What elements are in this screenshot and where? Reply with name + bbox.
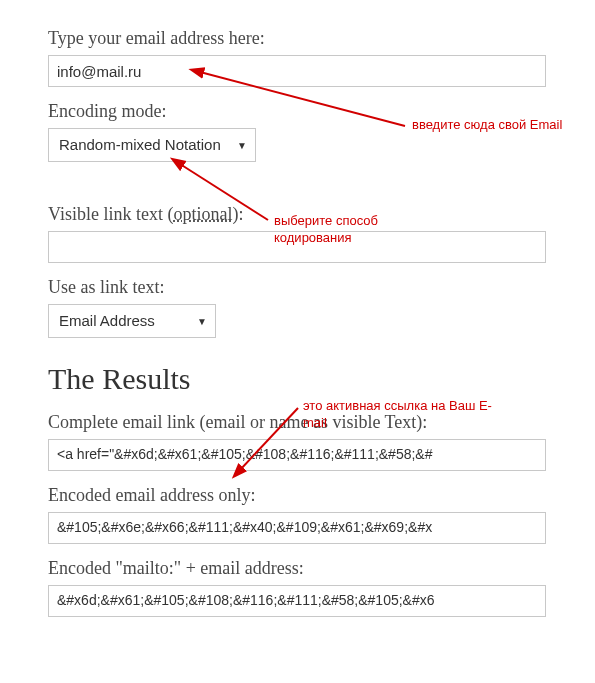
visible-text-label-opt: optional: [173, 204, 232, 224]
linktext-select-value: Email Address: [49, 305, 215, 337]
visible-text-input[interactable]: [48, 231, 546, 263]
results-heading: The Results: [48, 362, 547, 396]
visible-text-label-post: ):: [232, 204, 243, 224]
encoding-select[interactable]: Random-mixed Notation ▼: [48, 128, 256, 162]
complete-link-block: Complete email link (email or name as vi…: [48, 412, 547, 471]
mailto-output[interactable]: &#x6d;&#x61;&#105;&#108;&#116;&#111;&#58…: [48, 585, 546, 617]
email-label: Type your email address here:: [48, 28, 547, 49]
visible-text-label: Visible link text (optional):: [48, 204, 547, 225]
spacer: [48, 176, 547, 204]
visible-text-block: Visible link text (optional):: [48, 204, 547, 263]
visible-text-label-pre: Visible link text (: [48, 204, 173, 224]
linktext-label: Use as link text:: [48, 277, 547, 298]
email-block: Type your email address here:: [48, 28, 547, 87]
encoded-email-label: Encoded email address only:: [48, 485, 547, 506]
linktext-block: Use as link text: Email Address ▼: [48, 277, 547, 338]
encoding-block: Encoding mode: Random-mixed Notation ▼: [48, 101, 547, 162]
encoding-label: Encoding mode:: [48, 101, 547, 122]
linktext-select[interactable]: Email Address ▼: [48, 304, 216, 338]
mailto-block: Encoded "mailto:" + email address: &#x6d…: [48, 558, 547, 617]
encoding-select-value: Random-mixed Notation: [49, 129, 255, 161]
page-stage: Type your email address here: Encoding m…: [0, 0, 595, 683]
complete-link-label: Complete email link (email or name as vi…: [48, 412, 547, 433]
email-input[interactable]: [48, 55, 546, 87]
encoded-email-block: Encoded email address only: &#105;&#x6e;…: [48, 485, 547, 544]
complete-link-output[interactable]: <a href="&#x6d;&#x61;&#105;&#108;&#116;&…: [48, 439, 546, 471]
mailto-label: Encoded "mailto:" + email address:: [48, 558, 547, 579]
encoded-email-output[interactable]: &#105;&#x6e;&#x66;&#111;&#x40;&#109;&#x6…: [48, 512, 546, 544]
